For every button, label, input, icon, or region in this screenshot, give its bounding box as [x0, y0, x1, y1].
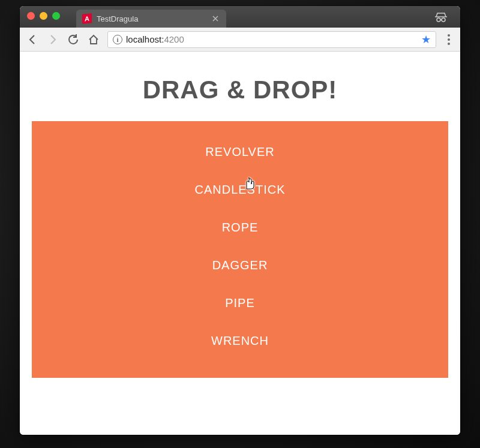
page-title: DRAG & DROP!	[32, 76, 448, 104]
list-item[interactable]: REVOLVER	[32, 133, 448, 171]
url-text: localhost:4200	[126, 34, 184, 44]
svg-point-0	[437, 18, 440, 22]
home-button[interactable]	[87, 33, 100, 46]
list-item[interactable]: ROPE	[32, 209, 448, 246]
address-bar[interactable]: i localhost:4200 ★	[107, 31, 436, 48]
page-content: DRAG & DROP! REVOLVER CANDLESTICK ROPE D…	[20, 52, 460, 435]
reload-button[interactable]	[67, 33, 80, 46]
forward-button[interactable]	[46, 33, 59, 46]
window-controls	[27, 12, 60, 20]
close-tab-button[interactable]	[211, 14, 220, 23]
angular-favicon-icon: A	[82, 13, 92, 24]
svg-point-1	[442, 18, 445, 22]
browser-toolbar: i localhost:4200 ★	[20, 28, 460, 52]
browser-menu-button[interactable]	[443, 34, 454, 45]
list-item[interactable]: CANDLESTICK	[32, 171, 448, 209]
tab-title: TestDragula	[97, 14, 138, 23]
minimize-window-button[interactable]	[40, 12, 47, 20]
close-window-button[interactable]	[27, 12, 35, 20]
bookmark-star-icon[interactable]: ★	[421, 33, 431, 46]
site-info-icon[interactable]: i	[113, 35, 122, 44]
incognito-icon	[434, 11, 448, 25]
browser-window: A TestDragula	[20, 6, 460, 435]
titlebar: A TestDragula	[20, 6, 460, 28]
drag-drop-panel: REVOLVER CANDLESTICK ROPE DAGGER PIPE WR…	[32, 121, 448, 378]
maximize-window-button[interactable]	[52, 12, 60, 20]
list-item[interactable]: WRENCH	[32, 322, 448, 360]
back-button[interactable]	[26, 33, 39, 46]
list-item[interactable]: PIPE	[32, 284, 448, 322]
list-item[interactable]: DAGGER	[32, 246, 448, 284]
browser-tab[interactable]: A TestDragula	[76, 10, 226, 28]
